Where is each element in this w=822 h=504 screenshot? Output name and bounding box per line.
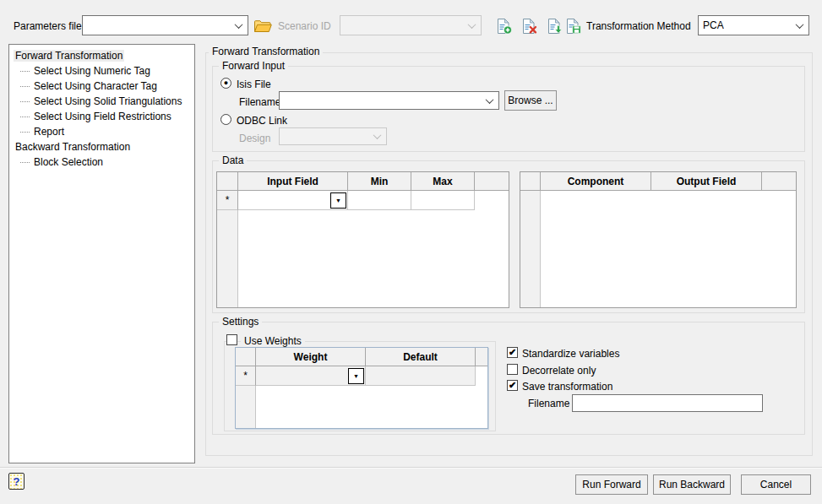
column-header-weight[interactable]: Weight [256, 348, 366, 366]
document-down-arrow-icon [547, 18, 563, 35]
load-scenario-button[interactable] [546, 16, 564, 36]
chevron-down-icon [373, 131, 382, 139]
save-transformation-checkbox[interactable]: ✔ [507, 380, 518, 391]
save-filename-label: Filename [528, 398, 569, 409]
isis-file-label[interactable]: Isis File [237, 79, 271, 90]
input-field-dropdown-button[interactable]: ▼ [330, 192, 346, 209]
tree-item-backward-transformation[interactable]: Backward Transformation [9, 139, 194, 154]
odbc-link-label[interactable]: ODBC Link [237, 115, 287, 127]
settings-group-title: Settings [219, 316, 262, 328]
row-header-strip [236, 386, 256, 428]
weight-dropdown-button[interactable]: ▼ [348, 368, 364, 384]
weight-cell[interactable]: ▼ [256, 366, 366, 386]
parameters-file-combobox[interactable] [82, 15, 248, 35]
save-transformation-label[interactable]: Save transformation [522, 381, 612, 393]
header-filler [476, 348, 487, 366]
scenario-id-label: Scenario ID [278, 20, 331, 32]
column-header-output-field[interactable]: Output Field [651, 172, 762, 191]
tree-item-select-using-field-restrictions[interactable]: Select Using Field Restrictions [9, 109, 194, 124]
table-body-area[interactable] [541, 191, 796, 307]
run-backward-button[interactable]: Run Backward [653, 474, 731, 495]
chevron-down-icon [796, 20, 804, 29]
design-combobox [279, 127, 387, 145]
new-row-marker: * [217, 191, 238, 210]
column-header-component[interactable]: Component [541, 172, 651, 191]
chevron-down-icon [486, 95, 494, 104]
tree-connector [20, 86, 30, 87]
row-header-cell [520, 172, 541, 191]
dropdown-arrow-icon: ▼ [353, 373, 359, 379]
browse-button[interactable]: Browse ... [504, 90, 557, 111]
table-header-row: Input Field Min Max [217, 172, 509, 191]
max-cell[interactable] [411, 191, 475, 210]
tree-item-select-using-numeric-tag[interactable]: Select Using Numeric Tag [9, 63, 194, 79]
column-header-input-field[interactable]: Input Field [238, 172, 348, 191]
output-fields-table: Component Output Field [520, 171, 797, 308]
new-row: * ▼ [217, 191, 509, 210]
cancel-button[interactable]: Cancel [741, 474, 811, 495]
table-body-area[interactable] [256, 386, 487, 428]
data-group-title: Data [219, 154, 247, 166]
table-body-area[interactable] [238, 210, 509, 307]
radio-dot: ● [224, 79, 228, 87]
forward-input-group-title: Forward Input [219, 60, 288, 72]
tree-connector [20, 117, 30, 117]
tree-item-select-using-solid-triangulations[interactable]: Select Using Solid Triangulations [9, 94, 194, 109]
filename-combobox[interactable] [279, 91, 499, 110]
isis-file-radio[interactable]: ● [220, 78, 231, 89]
input-fields-table: Input Field Min Max * ▼ [216, 171, 509, 308]
run-forward-button[interactable]: Run Forward [575, 474, 648, 495]
row-filler [475, 191, 509, 210]
standardize-variables-label[interactable]: Standardize variables [522, 348, 619, 360]
tree-item-select-using-character-tag[interactable]: Select Using Character Tag [9, 79, 194, 94]
transformation-method-value: PCA [703, 19, 724, 31]
forward-transformation-group-title: Forward Transformation [209, 46, 323, 57]
weights-table: Weight Default * ▼ [235, 347, 488, 429]
min-cell[interactable] [348, 191, 411, 210]
open-parameters-file-button[interactable] [253, 16, 273, 35]
transformation-method-label: Transformation Method [586, 20, 691, 32]
delete-scenario-button[interactable] [520, 16, 539, 36]
navigation-tree: Forward Transformation Select Using Nume… [8, 44, 195, 463]
checkmark: ✔ [509, 381, 516, 390]
design-label: Design [239, 133, 270, 144]
chevron-down-icon [468, 20, 476, 29]
table-body [520, 191, 796, 307]
column-header-min[interactable]: Min [348, 172, 411, 191]
new-row: * ▼ [236, 366, 487, 386]
tree-item-block-selection[interactable]: Block Selection [9, 154, 194, 170]
footer-divider-highlight [0, 468, 822, 469]
tree-item-forward-transformation[interactable]: Forward Transformation [9, 48, 194, 63]
document-plus-icon [496, 18, 513, 35]
tree-connector [20, 71, 30, 72]
tree-connector [20, 162, 30, 163]
row-header-strip [217, 210, 238, 307]
input-field-cell[interactable]: ▼ [238, 191, 348, 210]
new-scenario-button[interactable] [495, 16, 514, 36]
column-header-max[interactable]: Max [411, 172, 475, 191]
table-body [217, 210, 509, 307]
table-header-row: Component Output Field [520, 172, 796, 191]
save-scenario-button[interactable] [564, 16, 583, 36]
use-weights-label[interactable]: Use Weights [241, 335, 305, 347]
row-header-strip [520, 191, 541, 307]
scenario-id-combobox [340, 15, 482, 35]
odbc-link-radio[interactable] [220, 114, 231, 125]
row-header-cell [217, 172, 238, 191]
pca-transformation-dialog: Parameters file Scenario ID [0, 0, 822, 504]
decorrelate-only-checkbox[interactable] [507, 364, 518, 375]
standardize-variables-checkbox[interactable]: ✔ [507, 347, 518, 358]
new-row-marker: * [236, 366, 256, 386]
transformation-method-combobox[interactable]: PCA [698, 15, 809, 35]
folder-open-icon [253, 18, 272, 34]
use-weights-checkbox[interactable] [226, 334, 237, 345]
tree-connector [20, 132, 30, 133]
chevron-down-icon [235, 20, 243, 29]
save-filename-input[interactable] [572, 394, 763, 412]
decorrelate-only-label[interactable]: Decorrelate only [522, 365, 596, 377]
tree-item-report[interactable]: Report [9, 124, 194, 139]
default-cell[interactable] [366, 366, 476, 386]
column-header-default[interactable]: Default [366, 348, 476, 366]
document-x-icon [521, 18, 538, 35]
help-button[interactable]: ? [8, 473, 24, 490]
